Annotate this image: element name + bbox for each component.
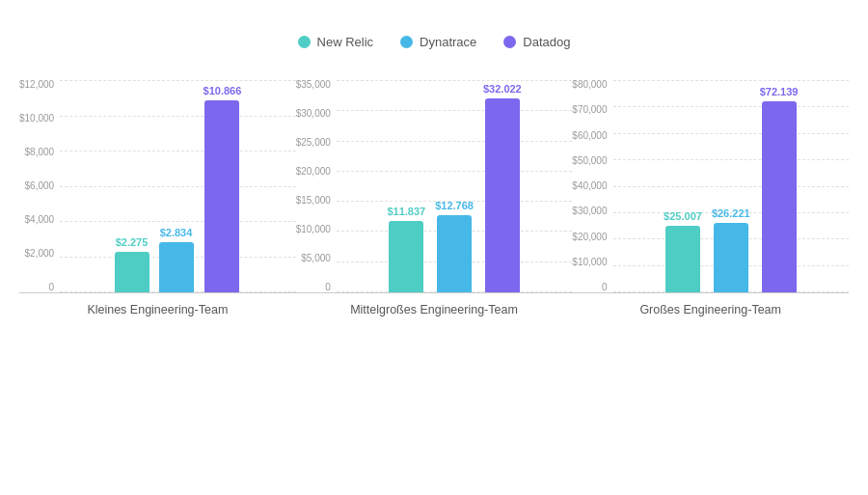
y-axis-label: $20,000 <box>572 233 607 242</box>
y-axis-label: $8,000 <box>25 148 55 157</box>
legend-item: Datadog <box>503 35 570 49</box>
bar <box>389 221 423 292</box>
y-axis-label: $15,000 <box>296 196 331 206</box>
y-axis-label: $12,000 <box>19 80 54 90</box>
y-axis-label: $30,000 <box>296 109 331 119</box>
y-axis-label: $6,000 <box>25 181 55 191</box>
bar-wrapper: $10.866 <box>203 85 242 292</box>
bars-row-large: $25.007$26.221$72.139 <box>613 86 850 292</box>
grid-line <box>337 80 573 81</box>
bar <box>665 226 700 292</box>
x-axis-line <box>296 292 573 293</box>
chart-label-small: Kleines Engineering-Team <box>87 303 228 316</box>
y-axis-label: $2,000 <box>25 249 55 259</box>
y-axis-label: $10,000 <box>296 225 331 234</box>
legend-label: New Relic <box>317 35 374 49</box>
bar-wrapper: $26.221 <box>712 207 750 292</box>
bar-wrapper: $2.834 <box>159 227 194 292</box>
legend-dot <box>400 36 413 48</box>
chart-label-large: Großes Engineering-Team <box>639 303 781 316</box>
chart-group-large: $80,000$70,000$60,000$50,000$40,000$30,0… <box>572 80 849 316</box>
y-axis-label: $50,000 <box>572 156 607 166</box>
bar <box>159 242 194 292</box>
legend-item: New Relic <box>298 35 374 49</box>
bar-value: $12.768 <box>435 200 474 211</box>
legend-label: Datadog <box>523 35 570 49</box>
bar-wrapper: $32.022 <box>483 83 522 292</box>
bar-value: $11.837 <box>387 206 425 217</box>
y-axis-label: $70,000 <box>572 105 607 115</box>
chart-group-small: $12,000$10,000$8,000$6,000$4,000$2,0000$… <box>19 80 296 316</box>
bar-value: $72.139 <box>760 86 799 97</box>
bar <box>762 101 797 292</box>
y-axis-medium: $35,000$30,000$25,000$20,000$15,000$10,0… <box>296 80 337 292</box>
bar-value: $2.834 <box>160 227 193 238</box>
y-axis-label: $4,000 <box>25 215 55 225</box>
bar-wrapper: $72.139 <box>760 86 799 292</box>
y-axis-small: $12,000$10,000$8,000$6,000$4,000$2,0000 <box>19 80 60 292</box>
y-axis-label: $80,000 <box>572 80 607 90</box>
bar-value: $32.022 <box>483 83 522 95</box>
y-axis-label: $20,000 <box>296 167 331 177</box>
chart-group-medium: $35,000$30,000$25,000$20,000$15,000$10,0… <box>296 80 573 316</box>
legend: New RelicDynatraceDatadog <box>298 35 571 49</box>
bar-wrapper: $25.007 <box>664 210 702 292</box>
legend-item: Dynatrace <box>400 35 476 49</box>
y-axis-label: $30,000 <box>572 206 607 216</box>
bar-wrapper: $2.275 <box>115 236 149 292</box>
y-axis-label: 0 <box>602 283 608 292</box>
charts-container: $12,000$10,000$8,000$6,000$4,000$2,0000$… <box>0 80 868 316</box>
y-axis-label: $5,000 <box>301 254 331 263</box>
bar-value: $25.007 <box>664 210 702 222</box>
bar <box>485 98 520 292</box>
bar-value: $10.866 <box>203 85 242 96</box>
legend-dot <box>298 36 311 48</box>
bar <box>714 223 748 292</box>
y-axis-label: $35,000 <box>296 80 331 90</box>
x-axis-line <box>572 292 849 293</box>
y-axis-label: $25,000 <box>296 138 331 148</box>
bar-value: $26.221 <box>712 207 750 219</box>
bars-row-medium: $11.837$12.768$32.022 <box>337 83 573 292</box>
bar <box>437 215 472 292</box>
bar-value: $2.275 <box>116 236 149 248</box>
grid-line <box>613 80 850 81</box>
bar-wrapper: $12.768 <box>435 200 474 292</box>
y-axis-label: $10,000 <box>572 258 607 267</box>
bar-wrapper: $11.837 <box>387 206 425 292</box>
y-axis-label: $40,000 <box>572 181 607 191</box>
y-axis-label: $10,000 <box>19 114 54 124</box>
bar <box>115 252 149 292</box>
legend-dot <box>503 36 516 48</box>
grid-line <box>60 80 296 81</box>
y-axis-label: 0 <box>325 283 331 292</box>
y-axis-large: $80,000$70,000$60,000$50,000$40,000$30,0… <box>572 80 612 292</box>
bars-row-small: $2.275$2.834$10.866 <box>60 85 296 292</box>
chart-label-medium: Mittelgroßes Engineering-Team <box>350 303 518 316</box>
legend-label: Dynatrace <box>420 35 476 49</box>
y-axis-label: $60,000 <box>572 131 607 141</box>
x-axis-line <box>19 292 296 293</box>
bar <box>204 100 239 292</box>
y-axis-label: 0 <box>49 283 55 292</box>
